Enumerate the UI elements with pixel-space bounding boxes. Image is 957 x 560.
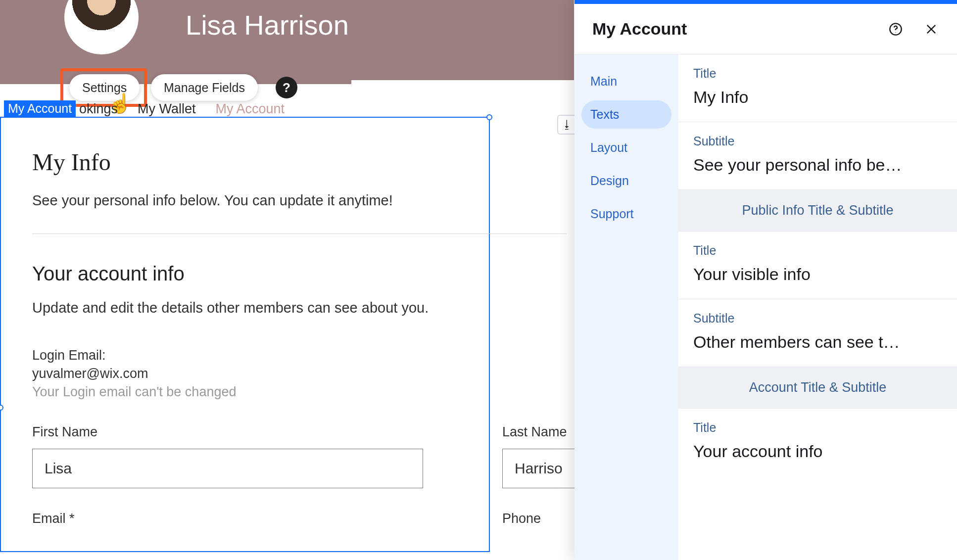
resize-handle[interactable] [486,114,492,120]
login-email-note: Your Login email can't be changed [32,384,567,400]
manage-fields-button[interactable]: Manage Fields [151,74,258,101]
settings-panel: My Account Main Texts Layout Design Supp… [574,0,957,560]
field-label: Subtitle [693,134,942,148]
tab-my-wallet[interactable]: My Wallet [138,101,196,117]
nav-texts[interactable]: Texts [581,100,671,129]
profile-banner: Lisa Harrison [0,0,574,80]
account-info-subtitle: Update and edit the details other member… [32,300,567,316]
first-name-input[interactable] [32,449,423,488]
editor-canvas: Lisa Harrison Settings Manage Fields ? ☝… [0,0,574,560]
panel-accent-bar [574,0,957,4]
panel-title: My Account [592,19,687,39]
profile-display-name: Lisa Harrison [186,9,349,41]
nav-layout[interactable]: Layout [581,134,671,162]
page-content: My Info See your personal info below. Yo… [32,148,567,535]
resize-handle[interactable] [0,405,3,411]
nav-support[interactable]: Support [581,200,671,228]
field-label: Subtitle [693,311,942,326]
nav-design[interactable]: Design [581,167,671,195]
group-account-title[interactable]: Title Your account info [678,409,957,476]
panel-help-icon[interactable] [888,21,904,37]
field-value[interactable]: Your account info [693,442,942,461]
member-tabs: okings My Wallet My Account [0,99,285,119]
help-icon[interactable]: ? [276,77,297,98]
group-public-title[interactable]: Title Your visible info [678,232,957,299]
field-label: Title [693,243,942,258]
nav-main[interactable]: Main [581,67,671,95]
field-value[interactable]: Other members can see t… [693,332,942,352]
close-icon[interactable] [923,21,939,37]
avatar[interactable] [64,0,139,54]
email-label: Email * [32,511,423,526]
panel-side-nav: Main Texts Layout Design Support [574,54,678,560]
field-value[interactable]: See your personal info be… [693,155,942,175]
settings-button[interactable]: Settings [69,74,140,101]
first-name-label: First Name [32,424,423,440]
page-subtitle: See your personal info below. You can up… [32,192,567,209]
page-title: My Info [32,148,567,176]
group-public-subtitle[interactable]: Subtitle Other members can see t… [678,299,957,367]
login-email-value: yuvalmer@wix.com [32,366,567,381]
svg-point-1 [895,32,896,32]
download-icon: ⭳ [562,118,573,131]
login-email-label: Login Email: [32,348,567,363]
divider [32,233,567,234]
account-info-title: Your account info [32,263,567,285]
panel-header: My Account [574,4,957,54]
field-label: Title [693,66,942,81]
group-title[interactable]: Title My Info [678,54,957,122]
field-value[interactable]: Your visible info [693,265,942,284]
section-account-info: Account Title & Subtitle [678,367,957,409]
tab-bookings[interactable]: okings [79,101,118,117]
group-subtitle[interactable]: Subtitle See your personal info be… [678,122,957,190]
field-value[interactable]: My Info [693,88,942,107]
section-public-info: Public Info Title & Subtitle [678,190,957,232]
download-button[interactable]: ⭳ [557,115,577,135]
field-label: Title [693,420,942,435]
tab-my-account[interactable]: My Account [216,101,285,117]
panel-settings-list: Title My Info Subtitle See your personal… [678,54,957,560]
login-email-block: Login Email: yuvalmer@wix.com Your Login… [32,348,567,400]
